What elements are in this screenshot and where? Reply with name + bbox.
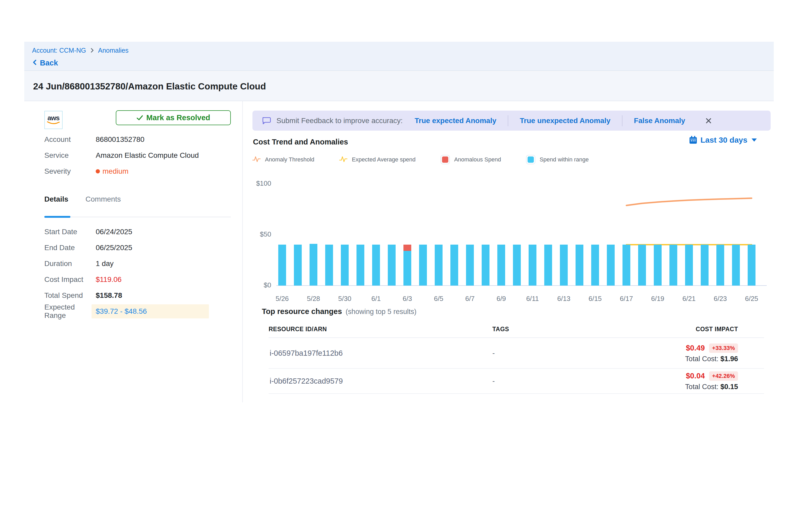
- chart-bar[interactable]: [748, 245, 756, 286]
- spend-within-range-segment: [435, 245, 442, 286]
- breadcrumb-account-link[interactable]: Account: CCM-NG: [32, 47, 86, 54]
- chart-bar[interactable]: [466, 245, 474, 286]
- mark-as-resolved-button[interactable]: Mark as Resolved: [116, 110, 231, 125]
- detail-value: $39.72 - $48.56: [92, 304, 209, 318]
- chart-bar[interactable]: [513, 245, 521, 286]
- detail-value: 1 day: [96, 260, 114, 268]
- detail-value: $119.06: [96, 276, 121, 284]
- legend-label: Spend within range: [539, 156, 589, 163]
- column-resource-id: RESOURCE ID/ARN: [269, 326, 492, 333]
- x-axis-tick: 6/5: [434, 295, 443, 303]
- chart-bar[interactable]: [497, 245, 505, 286]
- anomalous-spend-segment: [403, 245, 411, 251]
- chart-bar[interactable]: [482, 245, 490, 286]
- chart-bar[interactable]: [309, 244, 317, 286]
- cost-trend-chart: $0$50$1005/265/285/306/16/36/56/76/96/11…: [252, 180, 772, 308]
- pulse-line-icon: [339, 155, 348, 164]
- x-axis-tick: 5/30: [338, 295, 352, 303]
- legend-item: Anomalous Spend: [440, 155, 501, 164]
- chart-bar[interactable]: [325, 245, 333, 286]
- chart-bar[interactable]: [716, 245, 724, 286]
- spend-within-range-segment: [732, 245, 740, 286]
- cost-impact-cell: $0.49+33.33%Total Cost: $1.96: [555, 343, 764, 363]
- info-value: Amazon Elastic Compute Cloud: [96, 151, 199, 159]
- tabs-divider: [44, 217, 231, 217]
- date-range-label: Last 30 days: [701, 136, 747, 145]
- chart-bar[interactable]: [294, 245, 302, 286]
- x-axis-tick: 6/23: [714, 295, 727, 303]
- feedback-option[interactable]: False Anomaly: [634, 117, 685, 125]
- spend-within-range-segment: [748, 245, 756, 286]
- spend-within-range-segment: [513, 245, 521, 286]
- chart-bar[interactable]: [388, 245, 396, 286]
- tab-details[interactable]: Details: [44, 195, 68, 210]
- spend-within-range-segment: [623, 245, 630, 286]
- check-icon: [136, 115, 143, 121]
- spend-within-range-segment: [466, 245, 474, 286]
- close-icon[interactable]: [705, 117, 712, 125]
- spend-within-range-segment: [591, 245, 599, 286]
- spend-within-range-segment: [575, 245, 583, 286]
- feedback-option[interactable]: True expected Anomaly: [415, 117, 496, 125]
- cost-impact-value: $0.04: [686, 372, 705, 380]
- detail-value: $158.78: [96, 291, 122, 300]
- chart-bar[interactable]: [575, 245, 583, 286]
- page-title: 24 Jun/868001352780/Amazon Elastic Compu…: [33, 81, 266, 92]
- spend-within-range-segment: [372, 245, 380, 286]
- info-row: Account868001352780: [24, 131, 242, 147]
- chart-bar[interactable]: [357, 245, 364, 286]
- chart-bar[interactable]: [372, 245, 380, 286]
- spend-within-range-segment: [544, 245, 552, 286]
- x-axis-tick: 6/19: [651, 295, 664, 303]
- resource-id: i-0b6f257223cad9579: [269, 377, 492, 385]
- detail-value: 06/25/2025: [96, 244, 132, 252]
- chart-bar[interactable]: [450, 245, 458, 286]
- chart-bar[interactable]: [732, 245, 740, 286]
- total-cost-value: $1.96: [720, 355, 738, 363]
- y-axis-tick: $0: [252, 281, 271, 289]
- total-cost: Total Cost: $0.15: [685, 383, 738, 391]
- chart-bar[interactable]: [701, 245, 708, 286]
- total-cost: Total Cost: $1.96: [685, 355, 738, 363]
- aws-logo-text: aws: [48, 115, 59, 121]
- severity-text: medium: [102, 167, 129, 175]
- spend-within-range-segment: [278, 245, 286, 286]
- chart-bar[interactable]: [638, 245, 646, 286]
- spend-within-range-segment: [638, 245, 646, 286]
- chart-bar[interactable]: [278, 245, 286, 286]
- date-range-picker[interactable]: Last 30 days: [689, 136, 757, 145]
- chart-bar[interactable]: [623, 245, 630, 286]
- spend-within-range-segment: [403, 251, 411, 286]
- detail-tabs: DetailsComments: [44, 195, 231, 210]
- feedback-option[interactable]: True unexpected Anomaly: [520, 117, 610, 125]
- chart-bar[interactable]: [669, 245, 677, 286]
- calendar-icon: [689, 136, 697, 145]
- severity-dot-icon: [96, 169, 100, 173]
- chart-bar[interactable]: [560, 245, 568, 286]
- spend-within-range-segment: [560, 245, 568, 286]
- breadcrumb-anomalies-link[interactable]: Anomalies: [98, 47, 129, 54]
- aws-logo: aws: [44, 111, 62, 129]
- detail-row: Expected Range$39.72 - $48.56: [24, 303, 242, 319]
- chart-bar[interactable]: [403, 245, 411, 286]
- resource-id: i-06597ba197fe112b6: [269, 349, 492, 358]
- chevron-left-icon: [32, 59, 37, 67]
- chart-bar[interactable]: [591, 245, 599, 286]
- change-percent-badge: +33.33%: [709, 343, 738, 353]
- chart-bar[interactable]: [529, 245, 536, 286]
- detail-label: Duration: [24, 260, 96, 268]
- back-button[interactable]: Back: [32, 57, 774, 69]
- chart-bar[interactable]: [419, 245, 427, 286]
- detail-label: Expected Range: [24, 303, 96, 320]
- chart-bar[interactable]: [341, 245, 349, 286]
- x-axis-tick: 6/15: [589, 295, 602, 303]
- chart-bar[interactable]: [654, 245, 662, 286]
- x-axis-tick: 6/17: [620, 295, 633, 303]
- severity-value: medium: [96, 167, 129, 175]
- chart-bar[interactable]: [544, 245, 552, 286]
- total-cost-value: $0.15: [720, 383, 738, 391]
- chart-bar[interactable]: [685, 245, 693, 286]
- chart-bar[interactable]: [607, 245, 615, 286]
- tab-comments[interactable]: Comments: [86, 195, 121, 210]
- chart-bar[interactable]: [435, 245, 442, 286]
